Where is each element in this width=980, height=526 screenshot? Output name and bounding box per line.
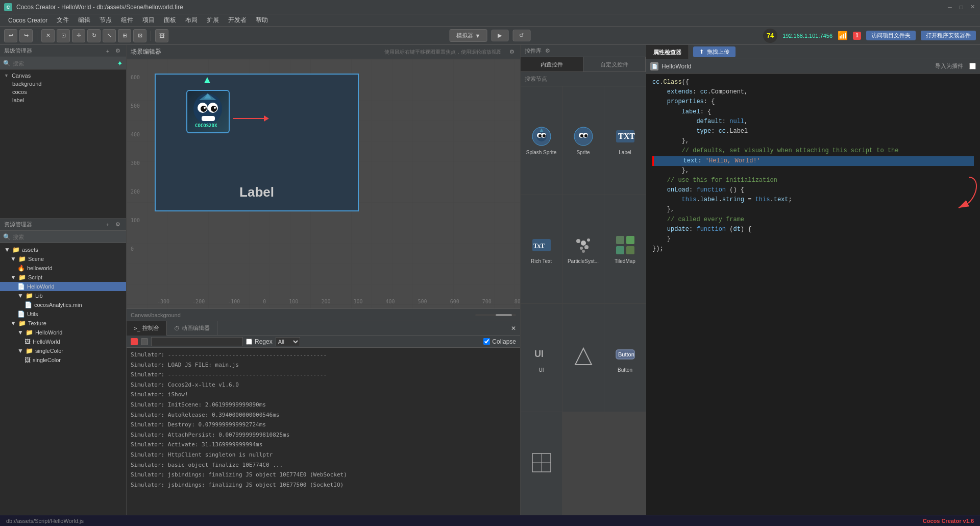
toolbar-btn-grid[interactable]: ⊠ bbox=[133, 29, 146, 42]
simulator-dropdown[interactable]: 模拟器 ▼ bbox=[450, 29, 487, 42]
console-line-1: Simulator: LOAD JS FILE: main.js bbox=[131, 360, 516, 370]
console-level-select[interactable]: All Log Warn Error bbox=[276, 337, 300, 346]
toolbar: ↩ ↪ ✕ ⊡ ✛ ↻ ⤡ ⊞ ⊠ 🖼 模拟器 ▼ ▶ ↺ 74 192.168… bbox=[0, 27, 980, 45]
widget-lib-settings[interactable]: ⚙ bbox=[544, 47, 552, 55]
assets-settings-btn[interactable]: ⚙ bbox=[114, 221, 122, 229]
menu-developer[interactable]: 开发者 bbox=[224, 15, 251, 26]
close-button[interactable]: ✕ bbox=[969, 4, 976, 11]
toolbar-btn-rect[interactable]: ⊡ bbox=[57, 29, 70, 42]
assets-item-script[interactable]: ▼ 📁 Script bbox=[0, 273, 126, 282]
widget-tiledmap[interactable]: TiledMap bbox=[604, 195, 646, 303]
assets-item-single-img[interactable]: 🖼 singleColor bbox=[0, 355, 126, 365]
assets-js-icon: 📄 bbox=[17, 283, 25, 290]
menu-help[interactable]: 帮助 bbox=[252, 15, 272, 26]
console-error-btn[interactable] bbox=[131, 338, 138, 345]
canvas-label: Canvas bbox=[12, 73, 31, 79]
hierarchy-search-input[interactable] bbox=[13, 60, 115, 66]
assets-item-utils[interactable]: 📄 Utils bbox=[0, 309, 126, 319]
widget-ui[interactable]: UI UI bbox=[521, 304, 562, 412]
assets-item-helloworld[interactable]: 🔥 helloworld bbox=[0, 264, 126, 273]
minimize-button[interactable]: ─ bbox=[946, 4, 953, 11]
assets-item-texture[interactable]: ▼ 📁 Texture bbox=[0, 319, 126, 328]
console-close-btn[interactable]: ✕ bbox=[511, 325, 520, 332]
code-line-16: }, bbox=[652, 205, 974, 214]
toolbar-btn-move[interactable]: ✛ bbox=[72, 29, 85, 42]
tree-item-cocos[interactable]: cocos bbox=[0, 88, 126, 96]
debug-button[interactable]: 打开程序安装器件 bbox=[921, 31, 976, 40]
upload-button[interactable]: ⬆ 拖拽上传 bbox=[693, 46, 736, 57]
assets-search-bar: 🔍 bbox=[0, 231, 126, 243]
menu-cocos-creator[interactable]: Cocos Creator bbox=[4, 16, 52, 25]
tab-custom-widgets[interactable]: 自定义控件 bbox=[583, 57, 646, 71]
maximize-button[interactable]: □ bbox=[958, 4, 965, 11]
assets-item-helloworld-js[interactable]: 📄 HelloWorld bbox=[0, 282, 126, 291]
console-filter-input[interactable] bbox=[151, 337, 243, 346]
assets-item-scene[interactable]: ▼ 📁 Scene bbox=[0, 254, 126, 264]
scene-toolbar: 场景编辑器 使用鼠标右键平移视图重置焦点，使用滚轮缩放视图 ⚙ bbox=[127, 45, 520, 59]
console-collapse-check[interactable] bbox=[483, 338, 490, 345]
tab-properties[interactable]: 属性检查器 bbox=[646, 45, 689, 59]
toolbar-btn-scale[interactable]: ⤡ bbox=[103, 29, 116, 42]
import-plugin-check[interactable] bbox=[969, 63, 976, 69]
tab-console[interactable]: >_ 控制台 bbox=[127, 321, 167, 336]
menu-layout[interactable]: 布局 bbox=[181, 15, 202, 26]
sprite-icon bbox=[572, 125, 595, 148]
visit-project-button[interactable]: 访问项目文件夹 bbox=[866, 31, 916, 40]
assets-item-lib[interactable]: ▼ 📁 Lib bbox=[0, 291, 126, 300]
toolbar-redo-btn[interactable]: ↪ bbox=[19, 29, 33, 42]
widget-particle[interactable]: ParticleSyst... bbox=[562, 195, 604, 303]
scene-canvas[interactable]: 6005004003002001000 -300-200-10001002003… bbox=[127, 59, 520, 308]
menu-panel[interactable]: 面板 bbox=[160, 15, 180, 26]
tab-animation[interactable]: ⏱ 动画编辑器 bbox=[167, 321, 217, 336]
assets-search-input[interactable] bbox=[13, 234, 123, 240]
simulator-arrow: ▼ bbox=[475, 33, 481, 39]
assets-tree: ▼ 📁 assets ▼ 📁 Scene 🔥 helloworld ▼ 📁 Sc… bbox=[0, 243, 126, 515]
hierarchy-add-btn[interactable]: + bbox=[104, 47, 112, 55]
svg-point-30 bbox=[587, 238, 590, 242]
assets-item-hw-img[interactable]: 🖼 HelloWorld bbox=[0, 337, 126, 346]
assets-item-assets[interactable]: ▼ 📁 assets bbox=[0, 245, 126, 254]
svg-marker-39 bbox=[575, 348, 592, 365]
scene-settings-btn[interactable]: ⚙ bbox=[508, 48, 516, 56]
menu-extend[interactable]: 扩展 bbox=[203, 15, 223, 26]
svg-point-17 bbox=[543, 134, 546, 137]
toolbar-btn-img[interactable]: 🖼 bbox=[155, 29, 168, 42]
widget-sprite[interactable]: Sprite bbox=[562, 86, 604, 195]
hierarchy-settings-btn[interactable]: ⚙ bbox=[114, 47, 122, 55]
widget-shape[interactable] bbox=[562, 304, 604, 412]
assets-add-btn[interactable]: + bbox=[104, 221, 112, 229]
assets-item-hw-folder[interactable]: ▼ 📁 HelloWorld bbox=[0, 328, 126, 337]
console-clear-btn[interactable] bbox=[141, 338, 148, 345]
console-regex-check[interactable] bbox=[246, 339, 252, 345]
widget-rich-text[interactable]: TxT Rich Text bbox=[521, 195, 562, 303]
assets-arrow-hw-folder: ▼ bbox=[17, 329, 23, 336]
reload-button[interactable]: ↺ bbox=[512, 30, 530, 41]
button-label: Button bbox=[618, 367, 632, 373]
widget-search-bar: 搜索节点 bbox=[521, 72, 646, 86]
tree-item-background[interactable]: background bbox=[0, 80, 126, 88]
menu-file[interactable]: 文件 bbox=[53, 15, 73, 26]
cocos-logo-svg: COCOS2DX bbox=[189, 92, 227, 131]
assets-label-hw-img: HelloWorld bbox=[33, 339, 60, 345]
widget-grid-layout[interactable] bbox=[521, 412, 562, 515]
toolbar-undo-btn[interactable]: ↩ bbox=[4, 29, 17, 42]
menu-component[interactable]: 组件 bbox=[117, 15, 137, 26]
widget-label[interactable]: TXT Label bbox=[604, 86, 646, 195]
toolbar-btn-x[interactable]: ✕ bbox=[41, 29, 55, 42]
tab-builtin-widgets[interactable]: 内置控件 bbox=[521, 57, 583, 71]
console-regex-label[interactable]: Regex bbox=[246, 338, 273, 345]
toolbar-btn-rot[interactable]: ↻ bbox=[87, 29, 101, 42]
code-editor[interactable]: cc.Class({ extends: cc.Component, proper… bbox=[646, 74, 980, 515]
widget-splash-sprite[interactable]: Splash Sprite bbox=[521, 86, 562, 195]
menu-node[interactable]: 节点 bbox=[95, 15, 116, 26]
tree-item-label[interactable]: label bbox=[0, 96, 126, 104]
tree-item-canvas[interactable]: ▼ Canvas bbox=[0, 71, 126, 80]
play-button[interactable]: ▶ bbox=[491, 30, 508, 41]
menu-edit[interactable]: 编辑 bbox=[74, 15, 94, 26]
assets-item-single-folder[interactable]: ▼ 📁 singleColor bbox=[0, 346, 126, 355]
assets-item-analytics[interactable]: 📄 cocosAnalytics.min bbox=[0, 300, 126, 309]
widget-button[interactable]: Button Button bbox=[604, 304, 646, 412]
toolbar-btn-anchor[interactable]: ⊞ bbox=[118, 29, 131, 42]
menu-project[interactable]: 项目 bbox=[138, 15, 159, 26]
hierarchy-add-node-icon[interactable]: ✦ bbox=[117, 59, 123, 67]
